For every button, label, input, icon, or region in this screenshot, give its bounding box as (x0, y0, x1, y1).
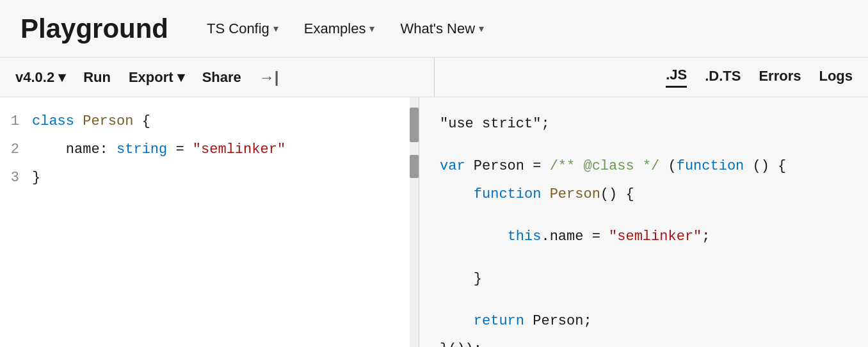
header: Playground TS Config ▾ Examples ▾ What's… (0, 0, 868, 58)
version-selector[interactable]: v4.0.2 ▾ (15, 69, 65, 86)
token: function (474, 186, 542, 202)
nav-tsconfig-chevron-icon: ▾ (273, 22, 278, 35)
token: this (508, 229, 542, 245)
line-content: } (32, 164, 419, 192)
token: Person; (524, 313, 592, 329)
tab-logs[interactable]: Logs (819, 68, 853, 87)
nav-examples-label: Examples (304, 20, 366, 37)
output-code: "use strict"; var Person = /** @class */… (419, 97, 868, 347)
share-button[interactable]: Share (202, 69, 241, 86)
token: ( (659, 158, 676, 174)
token: = (167, 141, 193, 157)
editor-panel: 1class Person {2 name: string = "semlink… (0, 97, 419, 347)
tab-js-label: .JS (666, 67, 687, 83)
output-line: "use strict"; (440, 110, 848, 138)
token: "semlinker" (193, 141, 285, 157)
line-number: 3 (0, 164, 32, 192)
version-label: v4.0.2 (15, 69, 54, 86)
output-line: this.name = "semlinker"; (440, 223, 848, 251)
output-line (440, 293, 848, 307)
code-editor[interactable]: 1class Person {2 name: string = "semlink… (0, 97, 419, 202)
collapse-button[interactable]: →| (259, 69, 279, 86)
output-line: function Person() { (440, 181, 848, 209)
token: function (677, 158, 744, 174)
token: { (133, 113, 150, 129)
tab-errors[interactable]: Errors (759, 68, 801, 87)
editor-line: 2 name: string = "semlinker" (0, 136, 419, 164)
tab-errors-label: Errors (759, 68, 801, 84)
editor-scrollbar[interactable] (410, 97, 419, 347)
nav-examples-chevron-icon: ▾ (369, 22, 374, 35)
output-line (440, 209, 848, 223)
token: .name = (541, 229, 609, 245)
main-area: 1class Person {2 name: string = "semlink… (0, 97, 868, 347)
line-content: name: string = "semlinker" (32, 136, 419, 164)
run-button[interactable]: Run (83, 69, 111, 86)
tab-js[interactable]: .JS (666, 67, 687, 88)
nav-tsconfig[interactable]: TS Config ▾ (207, 20, 278, 37)
share-label: Share (202, 69, 241, 85)
editor-line: 3} (0, 164, 419, 192)
nav-whats-new-chevron-icon: ▾ (479, 22, 484, 35)
token: var (440, 158, 474, 174)
export-label: Export (129, 69, 173, 86)
token: } (32, 170, 40, 186)
export-chevron-icon: ▾ (177, 69, 184, 86)
token: () { (744, 158, 786, 174)
token: "semlinker" (609, 229, 702, 245)
app-title: Playground (20, 13, 168, 44)
tab-dts[interactable]: .D.TS (705, 68, 741, 87)
editor-line: 1class Person { (0, 108, 419, 136)
tab-dts-label: .D.TS (705, 68, 741, 84)
token: }()); (440, 341, 482, 347)
output-panel: "use strict"; var Person = /** @class */… (419, 97, 868, 347)
version-chevron-icon: ▾ (58, 69, 65, 86)
output-line (440, 138, 848, 152)
toolbar-left: v4.0.2 ▾ Run Export ▾ Share →| (15, 58, 435, 97)
nav-whats-new-label: What's New (400, 20, 475, 37)
header-nav: TS Config ▾ Examples ▾ What's New ▾ (207, 20, 484, 37)
output-line: var Person = /** @class */ (function () … (440, 152, 848, 181)
token (541, 186, 549, 202)
toolbar-right: .JS .D.TS Errors Logs (435, 67, 853, 88)
token: Person (474, 158, 524, 174)
nav-examples[interactable]: Examples ▾ (304, 20, 375, 37)
token: string (117, 141, 167, 157)
token: = (524, 158, 550, 174)
token: /** @class */ (550, 158, 660, 174)
token: name: (32, 141, 117, 157)
token (440, 186, 474, 202)
output-line: }()); (440, 335, 848, 347)
token: "use strict"; (440, 116, 550, 132)
token: ; (702, 229, 710, 245)
nav-whats-new[interactable]: What's New ▾ (400, 20, 484, 37)
line-number: 2 (0, 136, 32, 164)
collapse-icon: →| (259, 69, 279, 86)
nav-tsconfig-label: TS Config (207, 20, 269, 37)
output-line: return Person; (440, 307, 848, 335)
token: Person (83, 113, 133, 129)
scrollbar-thumb-top[interactable] (410, 108, 419, 142)
token: () { (600, 186, 634, 202)
export-button[interactable]: Export ▾ (129, 69, 184, 86)
output-line: } (440, 265, 848, 293)
token (440, 229, 508, 245)
token (440, 313, 474, 329)
output-line (440, 251, 848, 265)
tab-logs-label: Logs (819, 68, 853, 84)
toolbar: v4.0.2 ▾ Run Export ▾ Share →| .JS .D.TS… (0, 58, 868, 97)
token: Person (550, 186, 600, 202)
token: return (474, 313, 524, 329)
scrollbar-thumb-bottom[interactable] (410, 155, 419, 178)
line-number: 1 (0, 108, 32, 136)
token: class (32, 113, 83, 129)
line-content: class Person { (32, 108, 419, 136)
run-label: Run (83, 69, 111, 85)
token: } (440, 271, 482, 287)
